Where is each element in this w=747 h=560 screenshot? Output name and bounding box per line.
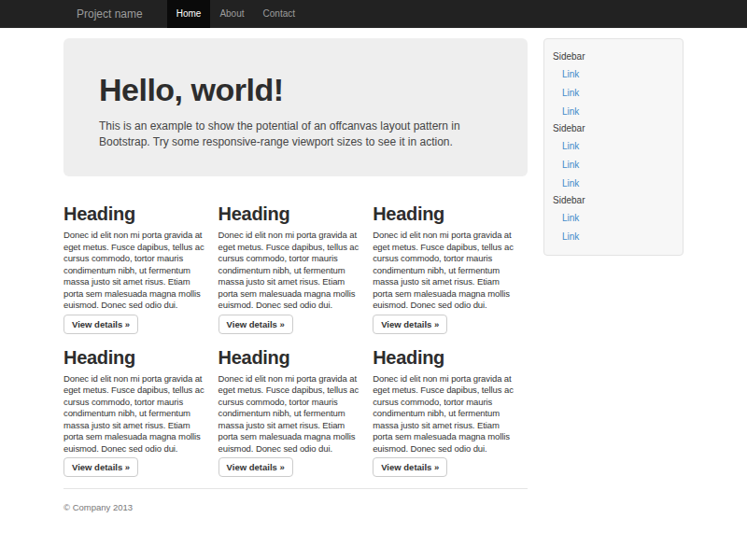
story-card: Heading Donec id elit non mi porta gravi… <box>63 348 218 478</box>
view-details-button[interactable]: View details » <box>63 457 138 477</box>
view-details-button[interactable]: View details » <box>218 315 293 334</box>
story-heading: Heading <box>373 348 515 367</box>
sidebar-column: Sidebar Link Link Link Sidebar Link Link… <box>543 28 684 512</box>
story-heading: Heading <box>218 348 361 367</box>
navbar-inner: Project name Home About Contact <box>63 0 684 28</box>
sidebar-group-title: Sidebar <box>544 192 683 208</box>
view-details-button[interactable]: View details » <box>373 457 447 477</box>
story-heading: Heading <box>218 204 361 223</box>
story-heading: Heading <box>373 204 515 223</box>
sidebar-link[interactable]: Link <box>544 208 683 227</box>
navbar-menu: Home About Contact <box>167 0 304 28</box>
sidebar-group-title: Sidebar <box>544 120 683 136</box>
navbar: Project name Home About Contact <box>0 0 747 28</box>
offcanvas-row: Hello, world! This is an example to show… <box>63 28 684 512</box>
sidebar-group-title: Sidebar <box>544 49 683 64</box>
sidebar-link-item: Link <box>544 64 683 83</box>
view-details-button[interactable]: View details » <box>373 315 447 334</box>
story-row-1: Heading Donec id elit non mi porta gravi… <box>63 204 528 334</box>
story-text: Donec id elit non mi porta gravida at eg… <box>218 230 361 312</box>
sidebar-link[interactable]: Link <box>544 227 683 245</box>
nav-item-contact-container: Contact <box>254 0 304 28</box>
jumbotron: Hello, world! This is an example to show… <box>63 38 528 176</box>
story-card: Heading Donec id elit non mi porta gravi… <box>218 204 374 334</box>
view-details-button[interactable]: View details » <box>63 315 138 334</box>
nav-item-home[interactable]: Home <box>167 0 211 28</box>
sidebar-nav: Sidebar Link Link Link Sidebar Link Link… <box>544 49 683 245</box>
story-text: Donec id elit non mi porta gravida at eg… <box>373 373 515 455</box>
story-card: Heading Donec id elit non mi porta gravi… <box>63 204 218 334</box>
sidebar-link[interactable]: Link <box>544 174 683 192</box>
nav-item-home-container: Home <box>167 0 211 28</box>
story-heading: Heading <box>63 348 206 367</box>
story-row-2: Heading Donec id elit non mi porta gravi… <box>63 348 528 478</box>
view-details-button[interactable]: View details » <box>218 457 293 477</box>
jumbotron-title: Hello, world! <box>99 72 492 107</box>
sidebar-link-item: Link <box>544 227 683 245</box>
story-card: Heading Donec id elit non mi porta gravi… <box>373 204 528 334</box>
copyright-text: © Company 2013 <box>63 502 528 512</box>
sidebar-link-item: Link <box>544 83 683 102</box>
nav-item-about[interactable]: About <box>210 0 253 28</box>
page-container: Hello, world! This is an example to show… <box>63 28 684 512</box>
sidebar-link-item: Link <box>544 174 683 192</box>
sidebar-panel: Sidebar Link Link Link Sidebar Link Link… <box>543 38 684 256</box>
sidebar-link[interactable]: Link <box>544 102 683 120</box>
story-text: Donec id elit non mi porta gravida at eg… <box>63 373 206 455</box>
story-text: Donec id elit non mi porta gravida at eg… <box>373 230 515 312</box>
navbar-brand[interactable]: Project name <box>63 0 156 28</box>
sidebar-link[interactable]: Link <box>544 136 683 155</box>
nav-item-about-container: About <box>210 0 253 28</box>
story-heading: Heading <box>63 204 206 223</box>
footer-divider <box>63 488 528 489</box>
footer: © Company 2013 <box>63 488 528 512</box>
story-text: Donec id elit non mi porta gravida at eg… <box>63 230 206 312</box>
nav-item-contact[interactable]: Contact <box>254 0 304 28</box>
sidebar-link[interactable]: Link <box>544 64 683 83</box>
story-text: Donec id elit non mi porta gravida at eg… <box>218 373 361 455</box>
sidebar-link-item: Link <box>544 208 683 227</box>
sidebar-link-item: Link <box>544 136 683 155</box>
sidebar-link[interactable]: Link <box>544 155 683 174</box>
sidebar-link-item: Link <box>544 155 683 174</box>
sidebar-link-item: Link <box>544 102 683 120</box>
story-card: Heading Donec id elit non mi porta gravi… <box>218 348 374 478</box>
main-content-column: Hello, world! This is an example to show… <box>63 28 528 512</box>
sidebar-link[interactable]: Link <box>544 83 683 102</box>
story-card: Heading Donec id elit non mi porta gravi… <box>373 348 528 478</box>
jumbotron-text: This is an example to show the potential… <box>99 119 492 150</box>
